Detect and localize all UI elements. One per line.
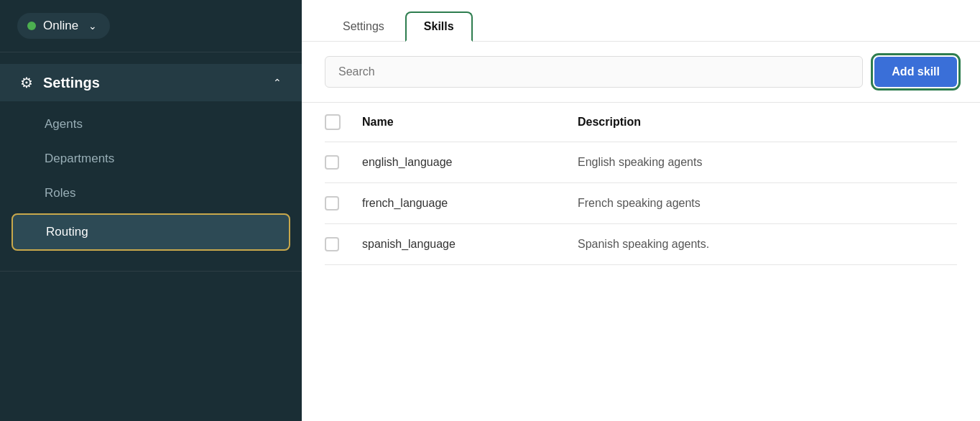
skill-description-2: Spanish speaking agents. (578, 238, 709, 250)
table-row: french_language French speaking agents (325, 183, 957, 224)
skill-description-1: French speaking agents (578, 197, 701, 209)
sidebar-item-departments[interactable]: Departments (0, 142, 302, 176)
gear-icon: ⚙ (20, 74, 33, 91)
search-input[interactable] (325, 56, 863, 88)
main-content: Settings Skills Add skill Name Descripti… (302, 0, 980, 421)
chevron-up-icon: ⌃ (273, 77, 282, 88)
row-checkbox-1[interactable] (325, 196, 339, 210)
skill-name-0: english_language (362, 156, 452, 168)
table-row: spanish_language Spanish speaking agents… (325, 224, 957, 265)
column-header-description: Description (578, 116, 641, 128)
chevron-down-icon: ⌄ (88, 20, 97, 32)
online-status-dot (27, 22, 36, 30)
status-pill[interactable]: Online ⌄ (17, 13, 110, 39)
search-add-bar: Add skill (302, 42, 980, 103)
sidebar-item-agents[interactable]: Agents (0, 107, 302, 142)
sidebar: Online ⌄ ⚙ Settings ⌃ Agents Departments… (0, 0, 302, 421)
add-skill-button[interactable]: Add skill (874, 57, 957, 87)
status-bar: Online ⌄ (0, 0, 302, 52)
settings-title: Settings (43, 75, 263, 91)
sidebar-item-routing[interactable]: Routing (11, 213, 290, 251)
select-all-checkbox[interactable] (325, 114, 341, 130)
settings-section: ⚙ Settings ⌃ Agents Departments Roles Ro… (0, 52, 302, 272)
skill-name-1: french_language (362, 197, 448, 209)
search-input-wrapper (325, 56, 863, 88)
row-checkbox-2[interactable] (325, 237, 339, 251)
row-checkbox-0[interactable] (325, 155, 339, 170)
skill-description-0: English speaking agents (578, 156, 702, 168)
table-header: Name Description (325, 103, 957, 142)
tabs-bar: Settings Skills (302, 0, 980, 42)
sidebar-item-roles[interactable]: Roles (0, 176, 302, 210)
nav-items: Agents Departments Roles Routing (0, 101, 302, 259)
column-header-name: Name (362, 116, 394, 128)
skills-table: Name Description english_language Englis… (302, 103, 980, 421)
settings-header[interactable]: ⚙ Settings ⌃ (0, 64, 302, 101)
tab-skills[interactable]: Skills (405, 11, 473, 42)
table-row: english_language English speaking agents (325, 142, 957, 183)
tab-settings[interactable]: Settings (325, 12, 402, 41)
status-label: Online (43, 19, 78, 33)
skill-name-2: spanish_language (362, 238, 456, 250)
